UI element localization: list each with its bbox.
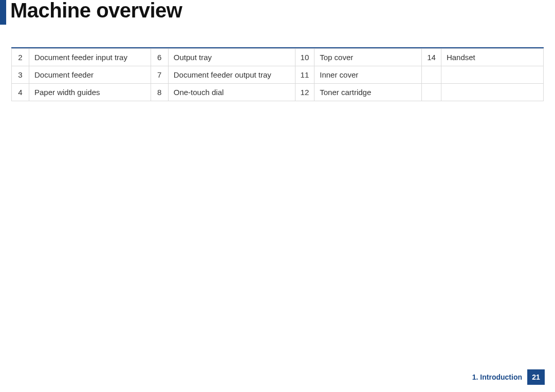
part-label: Top cover: [314, 49, 422, 66]
part-label: [441, 84, 543, 101]
part-number: 3: [12, 66, 29, 84]
part-label: Document feeder output tray: [168, 66, 295, 84]
part-label: One-touch dial: [168, 84, 295, 101]
part-number: 14: [422, 49, 441, 66]
part-label: Document feeder: [29, 66, 151, 84]
part-number: 4: [12, 84, 29, 101]
part-number: [422, 66, 441, 84]
part-number: 12: [295, 84, 314, 101]
part-label: Document feeder input tray: [29, 49, 151, 66]
part-label: Output tray: [168, 49, 295, 66]
part-label: Toner cartridge: [314, 84, 422, 101]
part-label: [441, 66, 543, 84]
part-label: Handset: [441, 49, 543, 66]
part-number: 2: [12, 49, 29, 66]
title-accent-bar: [0, 0, 6, 25]
part-label: Paper width guides: [29, 84, 151, 101]
part-number: 6: [151, 49, 168, 66]
table-row: 2 Document feeder input tray 6 Output tr…: [12, 49, 544, 66]
part-number: 10: [295, 49, 314, 66]
footer-section-label: 1. Introduction: [472, 373, 522, 381]
part-number: [422, 84, 441, 101]
parts-table: 2 Document feeder input tray 6 Output tr…: [11, 48, 544, 101]
page-footer: 1. Introduction 21: [472, 369, 545, 385]
part-number: 7: [151, 66, 168, 84]
table-row: 4 Paper width guides 8 One-touch dial 12…: [12, 84, 544, 101]
table-row: 3 Document feeder 7 Document feeder outp…: [12, 66, 544, 84]
part-label: Inner cover: [314, 66, 422, 84]
part-number: 8: [151, 84, 168, 101]
parts-table-container: 2 Document feeder input tray 6 Output tr…: [11, 47, 544, 101]
page-number-badge: 21: [527, 369, 545, 385]
page-title: Machine overview: [10, 0, 182, 22]
part-number: 11: [295, 66, 314, 84]
